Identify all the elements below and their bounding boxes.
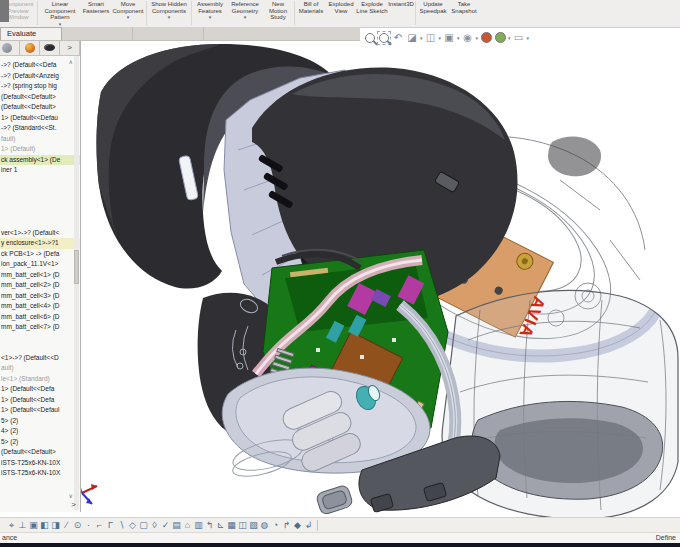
dropdown-arrow-icon[interactable]: ▾ bbox=[476, 35, 479, 41]
tree-item[interactable]: mm_batt_cell<7> (D bbox=[0, 322, 80, 333]
display-style-icon[interactable]: ▣ bbox=[442, 31, 456, 45]
toolbar-item-assembly-features[interactable]: Assembly Features▾ bbox=[193, 0, 227, 20]
dropdown-arrow-icon[interactable]: ▾ bbox=[168, 15, 171, 20]
tree-item[interactable]: mm_batt_cell<1> (D bbox=[0, 270, 80, 281]
panel-tab-eye[interactable] bbox=[40, 40, 60, 55]
panel-expand-icon[interactable]: > bbox=[71, 500, 76, 509]
assembly-tool-icon-14[interactable]: ◊ bbox=[149, 521, 160, 530]
tree-scrollbar-thumb[interactable] bbox=[74, 250, 79, 284]
toolbar-item-bill-of-materials[interactable]: Bill of Materials bbox=[296, 0, 326, 14]
assembly-tool-icon-15[interactable]: ✓ bbox=[160, 521, 171, 530]
zoom-to-fit-icon[interactable] bbox=[363, 31, 377, 45]
assembly-tool-icon-19[interactable]: ↰ bbox=[204, 521, 215, 530]
assembly-tool-icon-8[interactable]: · bbox=[83, 521, 94, 530]
tree-item[interactable]: fault) bbox=[0, 134, 80, 145]
assembly-tool-icon-1[interactable]: ⌖ bbox=[6, 521, 17, 530]
tree-item[interactable]: 4> (2) bbox=[0, 426, 80, 437]
toolbar-item-reference-geometry[interactable]: Reference Geometry▾ bbox=[227, 0, 263, 20]
assembly-tool-icon-6[interactable]: ∕ bbox=[61, 521, 72, 530]
assembly-tool-icon-13[interactable]: ▢ bbox=[138, 521, 149, 530]
tree-item[interactable]: ver<1>->? (Default< bbox=[0, 228, 80, 239]
assembly-tool-icon-24[interactable]: ◍ bbox=[259, 521, 270, 530]
dropdown-arrow-icon[interactable]: ▾ bbox=[420, 35, 423, 41]
toolbar-item-linear-component-pattern[interactable]: Linear Component Pattern▾ bbox=[39, 0, 81, 27]
rear-clip-part[interactable] bbox=[548, 136, 601, 176]
tree-item[interactable]: 1> (Default<<Defau bbox=[0, 113, 80, 124]
toolbar-item-move-component[interactable]: Move Component▾ bbox=[111, 0, 145, 20]
toolbar-item-instant3d[interactable]: Instant3D bbox=[388, 0, 414, 8]
assembly-tool-icon-22[interactable]: ◫ bbox=[237, 521, 248, 530]
tab-evaluate[interactable]: Evaluate bbox=[0, 27, 62, 40]
assembly-tool-icon-2[interactable]: ⊥ bbox=[17, 521, 28, 530]
tree-item[interactable]: 5> (2) bbox=[0, 437, 80, 448]
dropdown-arrow-icon[interactable]: ▾ bbox=[527, 35, 530, 41]
assembly-tool-icon-26[interactable]: ↱ bbox=[281, 521, 292, 530]
hide-show-items-icon[interactable]: ◉ bbox=[461, 31, 475, 45]
assembly-tool-icon-3[interactable]: ▣ bbox=[28, 521, 39, 530]
panel-flyout-expand[interactable]: > bbox=[60, 40, 80, 55]
apply-scene-icon[interactable] bbox=[493, 31, 507, 45]
toolbar-item-explode-line-sketch[interactable]: Explode Line Sketch bbox=[356, 0, 388, 14]
previous-view-icon[interactable]: ↶ bbox=[391, 31, 405, 45]
tree-item[interactable]: iSTS-T25x6-KN-10X bbox=[0, 468, 80, 479]
tree-item[interactable]: mm_batt_cell<4> (D bbox=[0, 301, 80, 312]
tree-item[interactable]: iner 1 bbox=[0, 165, 80, 176]
dropdown-arrow-icon[interactable]: ▾ bbox=[439, 35, 442, 41]
view-orientation-icon[interactable]: ◫ bbox=[424, 31, 438, 45]
assembly-tool-icon-4[interactable]: ◧ bbox=[39, 521, 50, 530]
assembly-tool-icon-18[interactable]: ▥ bbox=[193, 521, 204, 530]
tree-item[interactable]: 1> (Default<<Defa bbox=[0, 384, 80, 395]
tree-item[interactable]: 1> (Default<<Defa bbox=[0, 395, 80, 406]
assembly-tool-icon-23[interactable]: ▧ bbox=[248, 521, 259, 530]
dropdown-arrow-icon[interactable]: ▾ bbox=[244, 15, 247, 20]
tree-item[interactable]: mm_batt_cell<6> (D bbox=[0, 312, 80, 323]
tree-item[interactable]: ->? (Standard<<St. bbox=[0, 123, 80, 134]
assembly-tool-icon-16[interactable]: ▤ bbox=[171, 521, 182, 530]
dropdown-arrow-icon[interactable]: ▾ bbox=[508, 35, 511, 41]
scroll-down-icon[interactable]: ∨ bbox=[69, 492, 73, 499]
assembly-tool-icon-21[interactable]: ▦ bbox=[226, 521, 237, 530]
tree-item[interactable]: mm_batt_cell<3> (D bbox=[0, 291, 80, 302]
tree-item[interactable]: <1>->? (Default<<D bbox=[0, 353, 80, 364]
graphics-area[interactable]: AVIA bbox=[0, 0, 680, 547]
zoom-to-area-icon[interactable] bbox=[377, 31, 391, 45]
tree-item[interactable]: 5> (2) bbox=[0, 416, 80, 427]
dropdown-arrow-icon[interactable]: ▾ bbox=[127, 15, 130, 20]
tree-item[interactable]: ck PCB<1> -> (Defa bbox=[0, 249, 80, 260]
toolbar-item-take-snapshot[interactable]: Take Snapshot bbox=[449, 0, 479, 14]
assembly-tool-icon-12[interactable]: ◇ bbox=[127, 521, 138, 530]
toolbar-item-update-speedpak[interactable]: Update Speedpak bbox=[417, 0, 449, 14]
tree-item[interactable]: mm_batt_cell<2> (D bbox=[0, 280, 80, 291]
dropdown-arrow-icon[interactable]: ▾ bbox=[457, 35, 460, 41]
tree-item[interactable]: (Default<<Default> bbox=[0, 447, 80, 458]
tree-item[interactable]: ck assembly<1> (De bbox=[0, 155, 80, 166]
toolbar-item-exploded-view[interactable]: Exploded View bbox=[326, 0, 356, 14]
assembly-tool-icon-20[interactable]: ⊾ bbox=[215, 521, 226, 530]
tree-item[interactable]: 1> (Default) bbox=[0, 144, 80, 155]
tab-inactive[interactable] bbox=[133, 27, 204, 40]
assembly-tool-icon-5[interactable]: ◨ bbox=[50, 521, 61, 530]
assembly-tool-icon-27[interactable]: ◆ bbox=[292, 521, 303, 530]
tree-item[interactable]: iSTS-T25x6-KN-10X bbox=[0, 458, 80, 469]
edit-appearance-icon[interactable] bbox=[479, 31, 493, 45]
tree-item[interactable]: y enclosure<1>->?1 bbox=[0, 238, 80, 249]
rubber-cap-part[interactable] bbox=[315, 484, 353, 515]
tree-item[interactable]: le<1> (Standard) bbox=[0, 374, 80, 385]
assembly-tool-icon-10[interactable]: Γ bbox=[105, 521, 116, 530]
tree-item[interactable]: ->? (Default<Anzeig bbox=[0, 71, 80, 82]
panel-tab-display-manager[interactable] bbox=[20, 40, 40, 55]
assembly-tool-icon-28[interactable]: ↲ bbox=[303, 521, 314, 530]
assembly-tool-icon-25[interactable]: ◔ bbox=[270, 521, 281, 530]
tree-item[interactable]: 1> (Default<<Defaul bbox=[0, 405, 80, 416]
assembly-tool-icon-17[interactable]: ⌂ bbox=[182, 521, 193, 530]
toolbar-item-smart-fasteners[interactable]: Smart Fasteners bbox=[81, 0, 111, 14]
tab-inactive[interactable] bbox=[62, 27, 133, 40]
toolbar-item-new-motion-study[interactable]: New Motion Study bbox=[263, 0, 293, 21]
section-view-icon[interactable]: ◪ bbox=[405, 31, 419, 45]
cad-model[interactable]: AVIA bbox=[0, 0, 680, 547]
tree-item[interactable]: ->? (spring stop hig bbox=[0, 81, 80, 92]
view-settings-icon[interactable]: ▭ bbox=[512, 31, 526, 45]
tree-item[interactable]: ault) bbox=[0, 363, 80, 374]
assembly-tool-icon-11[interactable]: ∖ bbox=[116, 521, 127, 530]
assembly-tool-icon-9[interactable]: ⌐ bbox=[94, 521, 105, 530]
